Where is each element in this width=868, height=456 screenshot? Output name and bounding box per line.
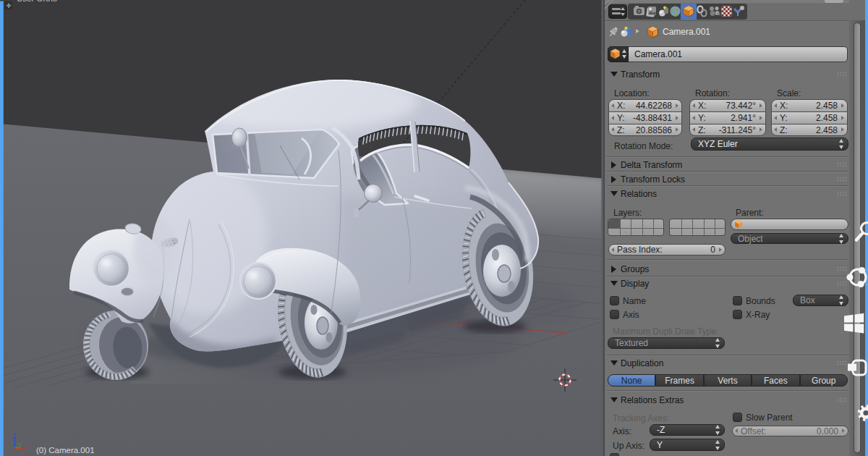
svg-text:(0) Camera.001: (0) Camera.001 bbox=[36, 446, 95, 455]
svg-text:User Ortho: User Ortho bbox=[17, 0, 57, 3]
svg-text:z: z bbox=[12, 431, 16, 439]
svg-text:y: y bbox=[18, 441, 22, 449]
svg-text:x: x bbox=[24, 444, 27, 452]
svg-text:✚: ✚ bbox=[6, 2, 12, 9]
